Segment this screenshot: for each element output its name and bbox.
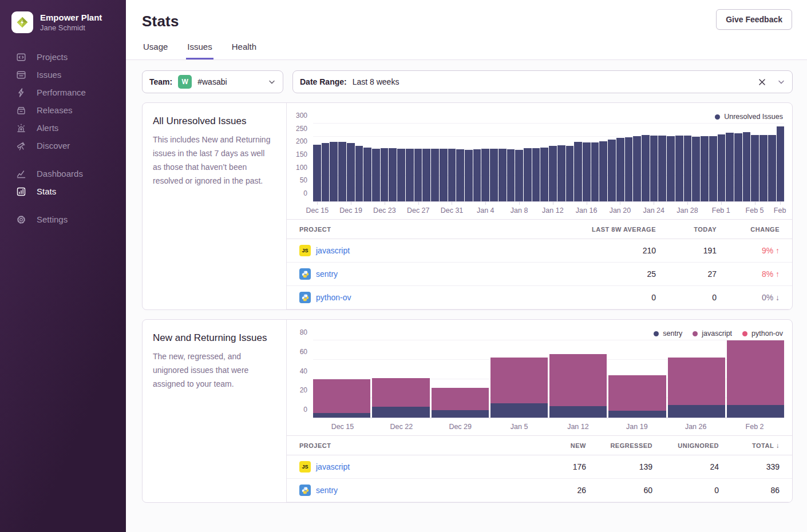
- bar[interactable]: [313, 145, 321, 201]
- bar[interactable]: [658, 136, 666, 201]
- date-range-select[interactable]: Date Range: Last 8 weeks: [292, 70, 793, 93]
- bar[interactable]: [751, 135, 759, 201]
- bar[interactable]: [759, 135, 768, 201]
- bar[interactable]: [330, 142, 338, 201]
- bar[interactable]: [574, 142, 582, 201]
- column-header-avg[interactable]: Last 8w Average: [571, 226, 668, 233]
- bar[interactable]: [599, 141, 607, 201]
- sidebar-item-settings[interactable]: Settings: [16, 211, 126, 228]
- bar[interactable]: [566, 146, 574, 201]
- bar[interactable]: [338, 142, 346, 201]
- bar[interactable]: [540, 148, 548, 201]
- legend-item-javascript[interactable]: javascript: [693, 329, 732, 338]
- sidebar-item-issues[interactable]: Issues: [16, 66, 126, 84]
- bar[interactable]: [347, 143, 355, 201]
- bar[interactable]: [389, 148, 397, 201]
- bar[interactable]: [363, 148, 371, 201]
- bar[interactable]: [481, 149, 489, 201]
- bar[interactable]: [675, 136, 683, 201]
- legend-item-sentry[interactable]: sentry: [654, 329, 682, 338]
- bar[interactable]: [557, 145, 565, 201]
- stacked-bar[interactable]: [608, 340, 666, 418]
- stacked-bar[interactable]: [490, 340, 548, 418]
- bar[interactable]: [642, 135, 650, 201]
- bar[interactable]: [524, 148, 532, 201]
- bar[interactable]: [414, 149, 422, 201]
- project-link[interactable]: sentry: [316, 486, 338, 495]
- bar[interactable]: [397, 149, 405, 201]
- column-header-regressed[interactable]: Regressed: [599, 442, 665, 449]
- bar[interactable]: [591, 142, 599, 201]
- issues-icon: [16, 70, 26, 80]
- bar[interactable]: [743, 132, 751, 201]
- bar[interactable]: [692, 137, 700, 201]
- team-select[interactable]: Team: W #wasabi: [142, 70, 283, 93]
- stacked-bar[interactable]: [372, 340, 429, 418]
- bar[interactable]: [616, 138, 624, 201]
- bar[interactable]: [701, 136, 709, 201]
- bar[interactable]: [322, 143, 330, 201]
- bar[interactable]: [490, 149, 498, 201]
- bar[interactable]: [650, 136, 658, 201]
- bar[interactable]: [499, 149, 507, 201]
- bar[interactable]: [734, 133, 742, 201]
- bar[interactable]: [406, 149, 414, 201]
- clear-date-range-icon[interactable]: [758, 78, 766, 86]
- stacked-bar[interactable]: [549, 340, 607, 418]
- bar[interactable]: [440, 149, 448, 201]
- sidebar-item-projects[interactable]: Projects: [16, 48, 126, 66]
- project-link[interactable]: python-ov: [316, 293, 351, 302]
- bar[interactable]: [532, 148, 540, 201]
- project-link[interactable]: sentry: [316, 269, 338, 279]
- sidebar-item-releases[interactable]: Releases: [16, 101, 126, 119]
- stacked-bar[interactable]: [727, 340, 784, 418]
- bar[interactable]: [625, 137, 633, 201]
- column-header-today[interactable]: Today: [668, 226, 729, 233]
- bar[interactable]: [684, 136, 692, 201]
- bar[interactable]: [667, 136, 675, 201]
- bar[interactable]: [768, 135, 776, 202]
- give-feedback-button[interactable]: Give Feedback: [716, 9, 792, 30]
- bar[interactable]: [355, 146, 363, 201]
- bar[interactable]: [422, 149, 430, 201]
- bar[interactable]: [608, 140, 616, 201]
- x-axis-tick-label: Dec 19: [339, 207, 362, 215]
- tab-usage[interactable]: Usage: [142, 42, 169, 59]
- bar[interactable]: [465, 150, 473, 201]
- column-header-unignored[interactable]: Unignored: [665, 442, 731, 449]
- bar[interactable]: [583, 142, 591, 201]
- stacked-bar[interactable]: [313, 340, 370, 418]
- bar[interactable]: [507, 149, 515, 201]
- project-link[interactable]: javascript: [316, 246, 350, 255]
- bar[interactable]: [549, 146, 557, 201]
- project-link[interactable]: javascript: [316, 462, 350, 471]
- sidebar-item-dashboards[interactable]: Dashboards: [16, 165, 126, 182]
- org-switcher[interactable]: Empower Plant Jane Schmidt: [0, 0, 126, 48]
- sidebar-item-stats[interactable]: Stats: [16, 182, 126, 200]
- bar[interactable]: [431, 149, 439, 201]
- bar[interactable]: [381, 148, 389, 201]
- column-header-new[interactable]: New: [532, 442, 599, 449]
- stacked-bar[interactable]: [668, 340, 725, 418]
- bar[interactable]: [633, 136, 641, 201]
- bar[interactable]: [515, 150, 523, 201]
- bar[interactable]: [448, 149, 456, 201]
- column-header-total[interactable]: Total ↓: [731, 442, 792, 450]
- stacked-bar[interactable]: [432, 340, 489, 418]
- bar[interactable]: [709, 136, 717, 201]
- sidebar-item-discover[interactable]: Discover: [16, 137, 126, 154]
- bar[interactable]: [718, 134, 726, 201]
- bar[interactable]: [726, 133, 734, 201]
- column-header-change[interactable]: Change: [729, 226, 792, 233]
- tab-health[interactable]: Health: [231, 42, 258, 59]
- legend-item-unresolved-issues[interactable]: Unresolved Issues: [715, 113, 783, 121]
- x-axis-tick-label: Dec 15: [313, 418, 372, 435]
- bar[interactable]: [456, 149, 464, 201]
- bar[interactable]: [777, 126, 785, 201]
- bar[interactable]: [473, 149, 481, 201]
- sidebar-item-performance[interactable]: Performance: [16, 84, 126, 101]
- legend-item-python-ov[interactable]: python-ov: [742, 329, 783, 338]
- sidebar-item-alerts[interactable]: Alerts: [16, 119, 126, 137]
- tab-issues[interactable]: Issues: [186, 42, 213, 59]
- bar[interactable]: [372, 149, 380, 201]
